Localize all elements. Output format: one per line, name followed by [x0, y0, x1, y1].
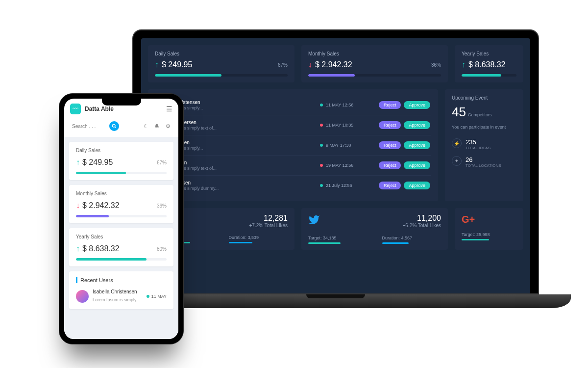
- phone-mockup: 〰 Datta Able ☰ ☾ 🔔︎ ⚙: [59, 93, 184, 344]
- bell-icon[interactable]: 🔔︎: [154, 123, 160, 130]
- approve-button[interactable]: Approve: [404, 161, 430, 169]
- yearly-sales-card[interactable]: Yearly Sales ↑$ 8.638.32 80%: [69, 228, 173, 266]
- progress-bar: [76, 215, 167, 217]
- arrow-down-icon: ↓: [76, 201, 80, 210]
- arrow-up-icon: ↑: [155, 60, 159, 69]
- phone-bezel: 〰 Datta Able ☰ ☾ 🔔︎ ⚙: [59, 93, 184, 344]
- approve-button[interactable]: Approve: [404, 182, 430, 189]
- status-dot-icon: [320, 124, 323, 127]
- brand-logo-icon: 〰: [70, 104, 81, 114]
- progress-bar: [155, 74, 288, 77]
- upcoming-event-card[interactable]: Upcoming Event 45 Competitors You can pa…: [445, 89, 523, 201]
- table-row[interactable]: Albert AndersenLorem Ipsum is simply dum…: [155, 175, 431, 195]
- twitter-icon: [308, 214, 320, 229]
- gear-icon[interactable]: ⚙: [166, 123, 171, 130]
- card-title: Daily Sales: [155, 51, 288, 56]
- laptop-bezel: Daily Sales ↑$ 249.95 67% Monthly Sales …: [132, 29, 539, 294]
- mobile-toolbar: ☾ 🔔︎ ⚙: [64, 118, 178, 137]
- card-title: Upcoming Event: [452, 95, 516, 101]
- approve-button[interactable]: Approve: [404, 101, 430, 109]
- mid-row: Isabella ChristensenLorem Ipsum is simpl…: [141, 82, 530, 201]
- recent-users-card: Isabella ChristensenLorem Ipsum is simpl…: [148, 89, 438, 201]
- list-item[interactable]: Isabella Christensen Lorem Ipsum is simp…: [76, 289, 167, 303]
- arrow-down-icon: ↓: [308, 60, 312, 69]
- search-button[interactable]: [109, 121, 119, 131]
- table-row[interactable]: Mathilde AndersenLorem Ipsum is simply t…: [155, 115, 431, 135]
- search-input[interactable]: [72, 121, 119, 131]
- progress-bar: [462, 74, 516, 77]
- arrow-up-icon: ↑: [76, 244, 80, 253]
- table-row[interactable]: Karla SorensenLorem Ipsum is simply... 9…: [155, 135, 431, 155]
- ideas-stat: ⚡ 235TOTAL IDEAS: [452, 138, 516, 150]
- status-dot-icon: [320, 104, 323, 106]
- social-card-google[interactable]: G+ Target: 25,998: [455, 208, 523, 250]
- status-dot-icon: [320, 164, 323, 167]
- social-card-twitter[interactable]: 11,200 +6.2% Total Likes Target: 34,185 …: [301, 208, 448, 250]
- status-dot-icon: [320, 144, 323, 147]
- table-row[interactable]: Ida JorgensenLorem Ipsum is simply text …: [155, 155, 431, 175]
- arrow-up-icon: ↑: [462, 60, 466, 69]
- svg-line-1: [115, 127, 116, 128]
- monthly-sales-card[interactable]: Monthly Sales ↓$ 2.942.32 36%: [301, 45, 448, 82]
- sales-cards-row: Daily Sales ↑$ 249.95 67% Monthly Sales …: [141, 38, 530, 82]
- desktop-dashboard: Daily Sales ↑$ 249.95 67% Monthly Sales …: [141, 38, 530, 293]
- reject-button[interactable]: Reject: [379, 141, 401, 149]
- arrow-up-icon: ↑: [76, 158, 80, 167]
- reject-button[interactable]: Reject: [379, 101, 401, 109]
- avatar: [76, 290, 89, 303]
- table-row[interactable]: Isabella ChristensenLorem Ipsum is simpl…: [155, 95, 431, 115]
- moon-icon[interactable]: ☾: [144, 123, 148, 130]
- reject-button[interactable]: Reject: [379, 182, 401, 189]
- progress-bar: [308, 74, 441, 77]
- phone-notch: [102, 99, 141, 105]
- recent-users-card[interactable]: Recent Users Isabella Christensen Lorem …: [69, 271, 173, 309]
- mobile-body: Daily Sales ↑$ 249.95 67% Monthly Sales …: [64, 137, 178, 339]
- monthly-sales-card[interactable]: Monthly Sales ↓$ 2.942.32 36%: [69, 185, 173, 223]
- status-dot-icon: [147, 295, 149, 298]
- approve-button[interactable]: Approve: [404, 141, 430, 149]
- yearly-sales-card[interactable]: Yearly Sales ↑$ 8.638.32: [455, 45, 523, 82]
- progress-bar: [76, 258, 167, 261]
- status-dot-icon: [320, 184, 323, 187]
- social-row: 12,281 +7.2% Total Likes Target: 35,098 …: [141, 201, 530, 250]
- daily-sales-card[interactable]: Daily Sales ↑$ 249.95 67%: [69, 142, 173, 180]
- svg-point-0: [112, 124, 115, 127]
- mobile-dashboard: 〰 Datta Able ☰ ☾ 🔔︎ ⚙: [64, 99, 178, 339]
- pin-icon: ⌖: [452, 156, 462, 166]
- locations-stat: ⌖ 26TOTAL LOCATIONS: [452, 156, 516, 168]
- approve-button[interactable]: Approve: [404, 121, 430, 129]
- daily-sales-card[interactable]: Daily Sales ↑$ 249.95 67%: [148, 45, 294, 82]
- reject-button[interactable]: Reject: [379, 121, 401, 129]
- bolt-icon: ⚡: [452, 138, 462, 148]
- card-title: Monthly Sales: [308, 51, 441, 56]
- progress-bar: [76, 172, 167, 174]
- card-title: Yearly Sales: [462, 51, 516, 56]
- google-plus-icon: G+: [462, 214, 475, 225]
- reject-button[interactable]: Reject: [379, 161, 401, 169]
- menu-button[interactable]: ☰: [166, 105, 172, 113]
- laptop-mockup: Daily Sales ↑$ 249.95 67% Monthly Sales …: [132, 29, 539, 308]
